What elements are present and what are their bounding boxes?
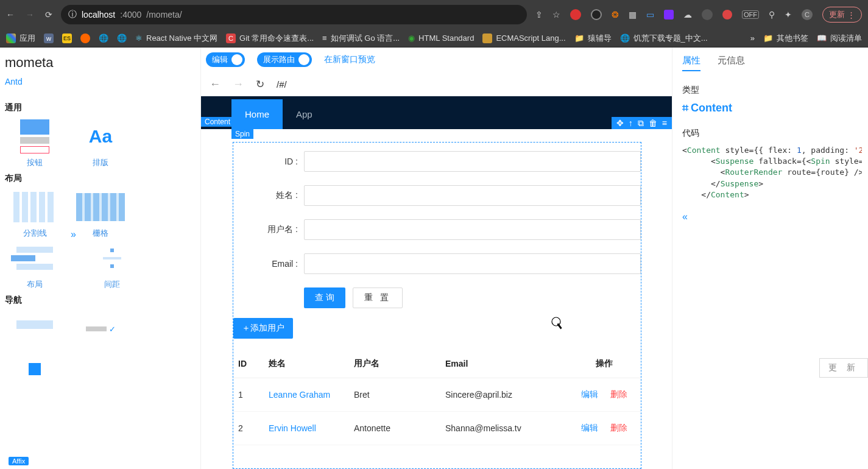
- reset-button[interactable]: 重 置: [353, 287, 403, 308]
- browser-update-button[interactable]: 更新 ⋮: [822, 7, 862, 23]
- palette-nav2[interactable]: ✓: [71, 312, 130, 350]
- cell-name-link[interactable]: Ervin Howell: [269, 423, 316, 433]
- palette-layout[interactable]: 布局: [5, 241, 65, 290]
- overlay-delete-icon[interactable]: 🗑: [649, 119, 657, 127]
- cell-id: 1: [233, 378, 264, 412]
- label-username: 用户名 :: [233, 224, 304, 235]
- bm-react[interactable]: ⚛React Native 中文网: [135, 33, 217, 44]
- url-port: :4000: [120, 10, 141, 19]
- palette-nav1[interactable]: [5, 312, 65, 350]
- overlay-menu-icon[interactable]: ≡: [662, 119, 667, 127]
- ext-icon-11[interactable]: ⚲: [769, 10, 775, 19]
- mini-browser-nav: ← → ↻ /#/: [201, 72, 672, 96]
- query-button[interactable]: 查 询: [304, 287, 345, 308]
- section-nav: 导航: [5, 295, 196, 306]
- bm-yuan[interactable]: 📁 猿辅导: [574, 33, 612, 44]
- bm-git[interactable]: CGit 常用命令速查表...: [226, 33, 314, 44]
- ext-icon-3[interactable]: ❂: [612, 10, 619, 19]
- selected-content-area[interactable]: ID : 姓名 : 用户名 : Email : 查 询 重 置 ＋添加用户 ID…: [233, 142, 641, 469]
- bm-w[interactable]: w: [44, 34, 54, 43]
- palette-divider[interactable]: 分割线: [5, 190, 65, 239]
- bm-globe2[interactable]: 🌐: [117, 34, 127, 43]
- ext-icon-2[interactable]: [591, 9, 602, 20]
- address-bar[interactable]: ⓘ localhost:4000/mometa/: [61, 5, 527, 24]
- palette-typography[interactable]: Aa 排版: [71, 119, 130, 168]
- inspector-section-code: 代码: [682, 128, 862, 139]
- col-id: ID: [233, 350, 264, 378]
- row-edit-link[interactable]: 编辑: [581, 389, 598, 399]
- cell-name-link[interactable]: Leanne Graham: [269, 390, 330, 400]
- star-icon[interactable]: ☆: [552, 10, 560, 19]
- bm-other[interactable]: 📁 其他书签: [763, 33, 808, 44]
- ext-icon-9[interactable]: [722, 10, 732, 19]
- hash-icon: ⌗: [682, 102, 688, 115]
- palette-tab-antd[interactable]: Antd: [2, 77, 25, 86]
- ext-icon-6[interactable]: [664, 10, 674, 19]
- bm-readlist[interactable]: 📖 阅读清单: [817, 33, 862, 44]
- ext-icon-7[interactable]: ☁: [683, 10, 692, 19]
- ext-icon-10[interactable]: OFF: [742, 10, 759, 19]
- mini-url[interactable]: /#/: [277, 79, 287, 90]
- mini-reload-icon[interactable]: ↻: [256, 78, 264, 91]
- input-id[interactable]: [304, 151, 641, 172]
- inspector-section-type: 类型: [682, 85, 862, 96]
- affix-tag: Affix: [9, 457, 29, 465]
- toggle-route[interactable]: 展示路由: [257, 52, 312, 67]
- palette-more-icon[interactable]: »: [71, 229, 76, 278]
- forward-icon[interactable]: →: [26, 10, 34, 19]
- ext-icon-1[interactable]: [570, 9, 581, 20]
- mini-back-icon[interactable]: ←: [210, 78, 221, 91]
- inspector-update-button[interactable]: 更 新: [819, 358, 868, 378]
- bm-ecma[interactable]: ECMAScript Lang...: [482, 34, 565, 43]
- bm-go[interactable]: ≡如何调试 Go 语言...: [322, 33, 400, 44]
- ext-icon-8[interactable]: [702, 9, 713, 20]
- browser-toolbar: ← → ⟳ ⓘ localhost:4000/mometa/ ⇪ ☆ ❂ ▦ ▭…: [0, 0, 868, 29]
- cell-username: Antonette: [349, 412, 440, 445]
- bm-html[interactable]: ◉HTML Standard: [408, 34, 474, 43]
- users-table: ID 姓名 用户名 Email 操作 1 Leanne Graham Bret …: [233, 350, 641, 445]
- nav-tab-home[interactable]: Home: [231, 99, 283, 129]
- nav-tab-app[interactable]: App: [283, 99, 326, 129]
- reload-icon[interactable]: ⟳: [45, 10, 52, 19]
- col-actions: 操作: [568, 350, 641, 378]
- collapse-panel-icon[interactable]: «: [682, 211, 862, 222]
- palette-grid[interactable]: 栅格: [71, 190, 130, 239]
- add-user-button[interactable]: ＋添加用户: [233, 318, 293, 339]
- share-icon[interactable]: ⇪: [535, 10, 543, 19]
- input-email[interactable]: [304, 253, 641, 274]
- palette-typography-label: 排版: [71, 157, 130, 168]
- input-username[interactable]: [304, 219, 641, 240]
- app-toolbar: 编辑 展示路由 在新窗口预览: [201, 48, 672, 72]
- overlay-up-icon[interactable]: ↑: [629, 119, 633, 127]
- overlay-move-icon[interactable]: ✥: [616, 119, 624, 127]
- col-email: Email: [440, 350, 568, 378]
- input-name[interactable]: [304, 185, 641, 206]
- inspector-tab-meta[interactable]: 元信息: [718, 55, 745, 71]
- row-delete-link[interactable]: 删除: [610, 389, 627, 399]
- col-username: 用户名: [349, 350, 440, 378]
- mini-forward-icon[interactable]: →: [233, 78, 244, 91]
- bm-dl[interactable]: 🌐 饥荒下载专题_中文...: [620, 33, 708, 44]
- bm-orange[interactable]: [80, 34, 90, 43]
- cell-email: Sincere@april.biz: [440, 378, 568, 412]
- toggle-edit[interactable]: 编辑: [206, 52, 245, 67]
- bm-es[interactable]: ES: [62, 34, 72, 43]
- inspector-tab-attr[interactable]: 属性: [682, 55, 700, 71]
- row-edit-link[interactable]: 编辑: [581, 423, 598, 432]
- open-new-window-link[interactable]: 在新窗口预览: [324, 54, 375, 65]
- ext-icon-4[interactable]: ▦: [629, 10, 637, 19]
- overlay-action-strip: ✥ ↑ ⧉ 🗑 ≡: [612, 117, 672, 129]
- back-icon[interactable]: ←: [6, 10, 15, 19]
- profile-avatar[interactable]: C: [802, 9, 813, 20]
- bm-apps[interactable]: 应用: [6, 33, 35, 44]
- overlay-copy-icon[interactable]: ⧉: [638, 119, 644, 127]
- palette-nav3[interactable]: [5, 352, 65, 390]
- row-delete-link[interactable]: 删除: [610, 423, 627, 432]
- extensions-icon[interactable]: ✦: [785, 10, 792, 19]
- ext-icon-5[interactable]: ▭: [646, 10, 654, 19]
- bm-more[interactable]: »: [750, 34, 755, 43]
- bm-globe1[interactable]: 🌐: [99, 34, 108, 43]
- palette-button[interactable]: 按钮: [5, 119, 65, 168]
- palette-space[interactable]: 间距: [82, 241, 142, 290]
- preview-frame: Content Spin ✥ ↑ ⧉ 🗑 ≡ Home App ID : 姓名 …: [201, 96, 672, 469]
